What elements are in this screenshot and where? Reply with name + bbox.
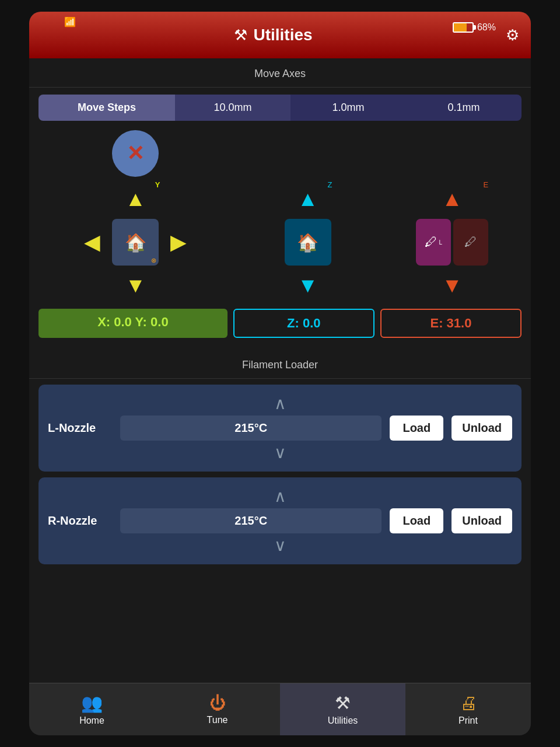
home-nav-label: Home: [79, 715, 104, 726]
z-section: ▲ Z 🏠 ▼: [239, 181, 377, 303]
r-nozzle-load-button[interactable]: Load: [390, 508, 443, 533]
step-btn-10mm[interactable]: 10.0mm: [175, 95, 290, 121]
l-nozzle-load-button[interactable]: Load: [390, 416, 443, 441]
e-l-icon: 🖊L: [425, 235, 442, 250]
home-disabled-button[interactable]: [112, 130, 159, 177]
xy-empty-bl: [75, 268, 110, 303]
xy-empty-br: [161, 268, 196, 303]
move-steps-label: Move Steps: [38, 95, 175, 121]
battery-fill: [454, 23, 467, 32]
l-nozzle-inner: L-Nozzle 215°C Load Unload: [48, 416, 512, 441]
l-nozzle-arrow-up[interactable]: ∧: [48, 392, 512, 416]
r-nozzle-unload-button[interactable]: Unload: [452, 508, 512, 533]
y-down-button[interactable]: ▼: [112, 268, 159, 303]
z-home-button[interactable]: 🏠: [285, 219, 331, 266]
e-down-arrow: ▼: [442, 273, 463, 298]
utilities-nav-icon: ⚒: [335, 693, 351, 713]
filament-section: Filament Loader ∧ L-Nozzle 215°C Load Un…: [29, 350, 531, 564]
r-nozzle-arrow-up[interactable]: ∧: [48, 484, 512, 508]
x-right-arrow: ▶: [170, 230, 187, 254]
xy-home-button[interactable]: 🏠 ⊗: [112, 219, 159, 266]
x-right-button[interactable]: ▶: [161, 219, 196, 266]
header-title: ⚒ Utilities: [41, 26, 506, 44]
xy-empty-tr: [161, 181, 196, 217]
r-nozzle-slot: ∧ R-Nozzle 215°C Load Unload ∨: [38, 477, 522, 564]
nav-print[interactable]: 🖨 Print: [405, 683, 531, 735]
xy-axis-label: ⊗: [151, 257, 156, 264]
print-nav-icon: 🖨: [460, 693, 477, 713]
tools-icon: ⚒: [234, 26, 247, 44]
y-up-arrow: ▲: [125, 187, 146, 211]
xy-home-icon: 🏠: [125, 232, 146, 253]
step-btn-1mm[interactable]: 1.0mm: [290, 95, 406, 121]
utilities-nav-label: Utilities: [328, 715, 358, 726]
l-nozzle-unload-button[interactable]: Unload: [452, 416, 512, 441]
z-down-button[interactable]: ▼: [285, 268, 331, 303]
xy-value-display: X: 0.0 Y: 0.0: [38, 309, 228, 338]
battery-icon: [453, 22, 474, 33]
z-arrows: ▲ Z 🏠 ▼: [285, 181, 331, 303]
print-nav-label: Print: [459, 715, 478, 726]
z-up-arrow: ▲: [298, 187, 318, 211]
y-down-arrow: ▼: [125, 273, 146, 298]
y-up-button[interactable]: ▲ Y: [112, 181, 159, 217]
e-up-button[interactable]: ▲ E: [416, 181, 488, 217]
xy-empty-tl: [75, 181, 110, 217]
z-axis-tag: Z: [328, 180, 332, 189]
e-up-arrow: ▲: [442, 187, 463, 211]
l-nozzle-label: L-Nozzle: [48, 421, 112, 435]
xy-section: ▲ Y ◀ 🏠 ⊗ ▶: [38, 130, 233, 303]
signal-icon: 📶: [64, 17, 76, 27]
e-axis-tag: E: [483, 180, 488, 189]
home-nav-icon: 👥: [81, 693, 103, 713]
z-home-icon: 🏠: [297, 232, 318, 253]
step-btn-01mm[interactable]: 0.1mm: [406, 95, 522, 121]
main-content: Move Axes Move Steps 10.0mm 1.0mm 0.1mm …: [29, 58, 531, 683]
nav-home[interactable]: 👥 Home: [29, 683, 155, 735]
header: 📶 ⚒ Utilities 68% ⚙: [29, 12, 531, 58]
status-bar: 📶: [64, 16, 76, 27]
battery-percent: 68%: [477, 22, 496, 33]
l-nozzle-slot: ∧ L-Nozzle 215°C Load Unload ∨: [38, 385, 522, 472]
nav-utilities[interactable]: ⚒ Utilities: [280, 683, 405, 735]
nav-tune[interactable]: ⏻ Tune: [155, 683, 280, 735]
l-nozzle-arrow-down[interactable]: ∨: [48, 441, 512, 465]
x-left-arrow: ◀: [84, 230, 100, 254]
gear-icon[interactable]: ⚙: [506, 26, 519, 44]
r-nozzle-label: R-Nozzle: [48, 514, 112, 528]
page-title: Utilities: [253, 26, 312, 44]
tune-nav-label: Tune: [207, 715, 228, 725]
e-r-button[interactable]: 🖊: [453, 219, 488, 266]
battery-area: 68%: [453, 22, 496, 33]
y-axis-tag: Y: [155, 180, 160, 189]
e-r-icon: 🖊: [464, 235, 477, 250]
xy-arrows: ▲ Y ◀ 🏠 ⊗ ▶: [75, 181, 196, 303]
device-frame: 📶 ⚒ Utilities 68% ⚙ Move Axes Move Steps…: [29, 12, 531, 735]
value-displays: X: 0.0 Y: 0.0 Z: 0.0 E: 31.0: [38, 309, 522, 338]
tune-nav-icon: ⏻: [209, 693, 226, 713]
z-up-button[interactable]: ▲ Z: [285, 181, 331, 217]
e-l-button[interactable]: 🖊L: [416, 219, 451, 266]
filament-loader-title: Filament Loader: [29, 350, 531, 379]
r-nozzle-inner: R-Nozzle 215°C Load Unload: [48, 508, 512, 533]
z-down-arrow: ▼: [298, 273, 318, 298]
r-nozzle-temp: 215°C: [120, 508, 382, 533]
x-left-button[interactable]: ◀: [75, 219, 110, 266]
axes-controls: ▲ Y ◀ 🏠 ⊗ ▶: [38, 130, 522, 303]
z-value-display: Z: 0.0: [233, 309, 374, 338]
r-nozzle-arrow-down[interactable]: ∨: [48, 533, 512, 557]
e-value-display: E: 31.0: [380, 309, 522, 338]
bottom-nav: 👥 Home ⏻ Tune ⚒ Utilities 🖨 Print: [29, 683, 531, 735]
move-steps-row: Move Steps 10.0mm 1.0mm 0.1mm: [38, 95, 522, 121]
e-arrows: ▲ E 🖊L 🖊 ▼: [416, 181, 488, 303]
l-nozzle-temp: 215°C: [120, 416, 382, 441]
e-down-button[interactable]: ▼: [416, 268, 488, 303]
e-section: ▲ E 🖊L 🖊 ▼: [383, 181, 522, 303]
move-axes-title: Move Axes: [29, 58, 531, 88]
